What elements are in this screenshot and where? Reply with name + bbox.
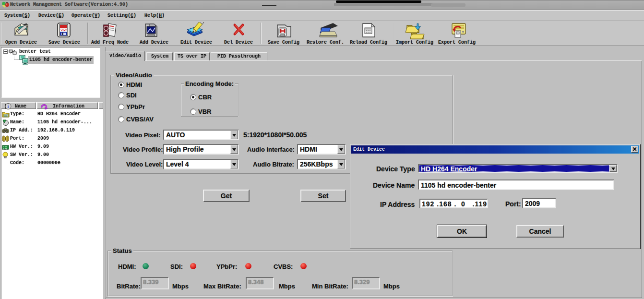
svg-text:i: i (8, 104, 9, 109)
